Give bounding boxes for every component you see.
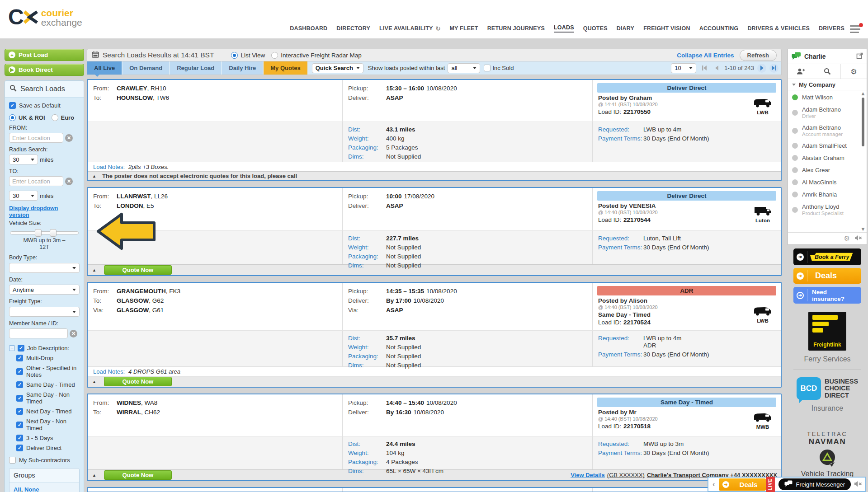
next-day-timed-checkbox[interactable] xyxy=(16,408,23,415)
book-a-ferry-ad[interactable]: ➜ Book a Ferry xyxy=(793,248,861,265)
pop-out-icon[interactable] xyxy=(856,52,863,61)
nav-return-journeys[interactable]: RETURN JOURNEYS xyxy=(487,25,545,32)
contact-row[interactable]: Amrik Bhania xyxy=(788,188,867,201)
scrollbar-thumb[interactable] xyxy=(862,98,864,146)
from-location-input[interactable] xyxy=(9,133,63,143)
collapse-card-icon[interactable]: ▲ xyxy=(92,473,96,478)
job-description-checkbox[interactable] xyxy=(18,345,24,351)
contact-row[interactable]: Adam BeltranoAccount manager xyxy=(788,122,867,140)
courier-exchange-logo[interactable]: C courier exchange xyxy=(8,5,82,29)
my-company-section[interactable]: My Company xyxy=(788,79,867,90)
messenger-settings-icon[interactable]: ⚙ xyxy=(841,64,867,79)
my-subcontractors-checkbox[interactable] xyxy=(9,457,16,464)
contact-row[interactable]: Alex Grear xyxy=(788,164,867,176)
collapse-left-icon[interactable]: ‹ xyxy=(712,480,715,489)
contact-row[interactable]: Adam BeltranoDriver xyxy=(788,103,867,122)
nav-directory[interactable]: DIRECTORY xyxy=(336,25,370,32)
euro-radio[interactable] xyxy=(52,114,58,121)
collapse-card-icon[interactable]: ▲ xyxy=(92,268,96,272)
book-direct-button[interactable]: ▶ Book Direct xyxy=(5,64,84,76)
to-location-input[interactable] xyxy=(9,176,63,186)
teletrac-navman-logo[interactable]: TELETRAC NAVMAN Vehicle Tracking xyxy=(801,431,854,483)
freight-messenger-button[interactable]: Freight Messenger xyxy=(778,478,851,490)
contact-scrollbar[interactable]: ▲ ▼ xyxy=(860,90,866,232)
slider-handle-max[interactable] xyxy=(50,229,57,237)
uk-roi-radio[interactable] xyxy=(9,114,16,121)
quote-now-button[interactable]: Quote Now xyxy=(104,265,172,275)
scroll-down-icon[interactable]: ▼ xyxy=(860,226,866,232)
page-size-select[interactable]: 10 xyxy=(671,63,696,73)
view-details-link[interactable]: View Details xyxy=(571,472,605,478)
load-card-22170544[interactable]: From:LLANRWST, LL26 To:LONDON, E5 Pickup… xyxy=(87,187,782,276)
tab-all-live[interactable]: All Live xyxy=(87,61,123,75)
same-day-non-timed-checkbox[interactable] xyxy=(16,395,23,402)
load-card-22170518[interactable]: From:WIDNES, WA8 To:WIRRAL, CH62 Pickup:… xyxy=(87,394,782,481)
same-day-timed-checkbox[interactable] xyxy=(16,381,23,388)
slider-handle-min[interactable] xyxy=(35,229,42,237)
other-specified-checkbox[interactable] xyxy=(16,368,23,375)
load-card-22170550[interactable]: From:CRAWLEY, RH10 To:HOUNSLOW, TW6 Pick… xyxy=(87,79,782,181)
tab-on-demand[interactable]: On Demand xyxy=(123,61,170,75)
freightlink-logo[interactable]: Freightlink xyxy=(808,312,846,351)
collapse-job-description-icon[interactable]: − xyxy=(9,345,15,351)
member-name-input[interactable] xyxy=(9,328,68,338)
collapse-card-icon[interactable]: ▲ xyxy=(92,380,96,384)
next-page-icon[interactable] xyxy=(757,64,766,73)
scroll-up-icon[interactable]: ▲ xyxy=(860,90,866,97)
nav-dashboard[interactable]: DASHBOARD xyxy=(290,25,327,32)
nav-quotes[interactable]: QUOTES xyxy=(583,25,608,32)
tab-daily-hire[interactable]: Daily Hire xyxy=(222,61,264,75)
add-contact-icon[interactable] xyxy=(788,64,814,79)
deals-button[interactable]: ➜ Deals xyxy=(719,478,766,491)
tab-regular-load[interactable]: Regular Load xyxy=(170,61,222,75)
contact-row[interactable]: Adam SmallFleet xyxy=(788,140,867,152)
tab-my-quotes[interactable]: My Quotes xyxy=(264,61,308,75)
list-view-radio[interactable] xyxy=(231,52,238,59)
groups-none-link[interactable]: None xyxy=(24,486,39,492)
groups-all-link[interactable]: All xyxy=(14,486,21,492)
radar-map-radio[interactable] xyxy=(271,52,278,59)
next-day-non-timed-checkbox[interactable] xyxy=(16,422,23,428)
contact-row[interactable]: Anthony LloydProduct Specialist xyxy=(788,201,867,219)
collapse-all-link[interactable]: Collapse All Entries xyxy=(677,52,734,59)
freight-type-select[interactable] xyxy=(9,307,80,317)
deals-ad[interactable]: ➜ Deals xyxy=(793,268,861,284)
nav-my-fleet[interactable]: MY FLEET xyxy=(449,25,478,32)
need-insurance-ad[interactable]: ➜ Need insurance? xyxy=(793,287,861,304)
three-five-days-checkbox[interactable] xyxy=(16,435,23,441)
inc-sold-checkbox[interactable] xyxy=(484,65,491,71)
nav-diary[interactable]: DIARY xyxy=(617,25,634,32)
prev-page-icon[interactable] xyxy=(712,64,721,73)
radius-select[interactable]: 30 xyxy=(9,155,38,164)
quick-search-select[interactable]: Quick Search xyxy=(312,63,363,73)
clear-from-icon[interactable]: ✕ xyxy=(65,134,73,142)
nav-accounting[interactable]: ACCOUNTING xyxy=(699,25,739,32)
nav-drivers-vehicles[interactable]: DRIVERS & VEHICLES xyxy=(747,25,810,32)
body-type-select[interactable] xyxy=(9,263,80,273)
bcd-logo[interactable]: BCD BUSINESS CHOICE DIRECT xyxy=(797,377,858,400)
contact-row[interactable]: Al MacGinnis xyxy=(788,176,867,188)
collapse-card-icon[interactable]: ▲ xyxy=(92,174,96,178)
contact-row[interactable]: Matt Wilson xyxy=(788,91,867,103)
display-dropdown-link[interactable]: Display dropdown version xyxy=(9,205,58,218)
load-card-partial[interactable] xyxy=(87,487,782,492)
quote-now-button[interactable]: Quote Now xyxy=(104,377,172,386)
refresh-button[interactable]: Refresh xyxy=(740,50,777,61)
menu-hamburger-icon[interactable] xyxy=(850,25,862,34)
posted-within-select[interactable]: all xyxy=(448,63,480,73)
search-contacts-icon[interactable] xyxy=(814,64,840,79)
refresh-icon[interactable]: ↻ xyxy=(436,25,441,32)
quote-now-button[interactable]: Quote Now xyxy=(104,470,172,480)
date-select[interactable]: Anytime xyxy=(9,285,80,295)
nav-live-availability[interactable]: LIVE AVAILABILITY xyxy=(379,25,433,32)
save-as-default-checkbox[interactable] xyxy=(9,102,16,109)
footer-settings-icon[interactable]: ⚙ xyxy=(844,234,850,243)
deliver-direct-checkbox[interactable] xyxy=(16,445,23,451)
mute-icon[interactable] xyxy=(854,481,862,488)
nav-drivers[interactable]: DRIVERS xyxy=(819,25,844,32)
mute-icon[interactable] xyxy=(855,235,862,242)
first-page-icon[interactable] xyxy=(700,64,709,73)
to-radius-select[interactable]: 30 xyxy=(9,191,38,201)
vehicle-size-slider[interactable] xyxy=(10,231,79,234)
post-load-button[interactable]: + Post Load xyxy=(5,49,84,61)
